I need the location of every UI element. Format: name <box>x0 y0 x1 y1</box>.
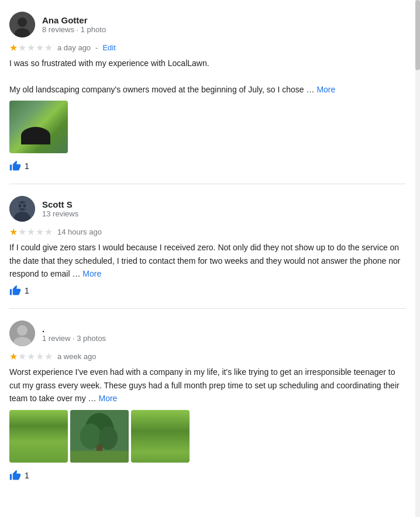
scrollbar[interactable] <box>415 0 420 517</box>
reviewer-meta: 8 reviews · 1 photo <box>42 25 106 34</box>
review-item: Scott S 13 reviews ★ ★ ★ ★ ★ 14 hours ag… <box>9 184 406 309</box>
reviewer-meta: 13 reviews <box>42 209 78 218</box>
star-1: ★ <box>9 42 18 53</box>
like-row: 1 <box>9 285 406 297</box>
like-row: 1 <box>9 160 406 172</box>
avatar <box>9 320 35 346</box>
like-count: 1 <box>25 471 29 480</box>
more-link[interactable]: More <box>316 85 335 94</box>
star-4: ★ <box>36 42 44 53</box>
review-item: . 1 review · 3 photos ★ ★ ★ ★ ★ a week a… <box>9 309 406 492</box>
avatar <box>9 12 35 37</box>
reviewer-info: Scott S 13 reviews <box>42 199 78 218</box>
edit-link[interactable]: Edit <box>102 43 115 52</box>
star-2: ★ <box>18 42 26 53</box>
review-image-1[interactable] <box>9 410 68 463</box>
review-image-2[interactable] <box>70 410 129 463</box>
more-link[interactable]: More <box>82 269 101 278</box>
reviewer-header: Ana Gotter 8 reviews · 1 photo <box>9 12 406 37</box>
review-image[interactable] <box>9 101 68 153</box>
review-time: a week ago <box>57 352 97 361</box>
star-1: ★ <box>9 351 18 362</box>
star-5: ★ <box>44 351 53 362</box>
review-image-container <box>9 101 406 153</box>
review-image-container <box>9 410 406 463</box>
star-4: ★ <box>36 226 44 237</box>
reviewer-name: . <box>42 324 106 334</box>
scrollbar-thumb[interactable] <box>415 0 420 70</box>
more-link[interactable]: More <box>99 394 118 403</box>
review-text: If I could give zero stars I would becau… <box>9 241 406 280</box>
svg-point-10 <box>17 325 27 336</box>
svg-rect-17 <box>70 451 129 463</box>
star-3: ★ <box>27 226 35 237</box>
review-rating-row: ★ ★ ★ ★ ★ 14 hours ago <box>9 226 406 237</box>
reviewer-name: Ana Gotter <box>42 15 106 25</box>
review-time: a day ago <box>57 43 91 52</box>
review-time: 14 hours ago <box>57 228 102 236</box>
review-item: Ana Gotter 8 reviews · 1 photo ★ ★ ★ ★ ★… <box>9 0 406 184</box>
star-5: ★ <box>44 226 53 237</box>
star-2: ★ <box>18 226 26 237</box>
star-3: ★ <box>27 351 35 362</box>
avatar <box>9 196 35 222</box>
review-rating-row: ★ ★ ★ ★ ★ a week ago <box>9 351 406 362</box>
svg-point-1 <box>18 18 27 27</box>
stars: ★ ★ ★ ★ ★ <box>9 42 53 53</box>
like-count: 1 <box>25 286 29 295</box>
star-4: ★ <box>36 351 44 362</box>
stars: ★ ★ ★ ★ ★ <box>9 351 53 362</box>
thumbs-up-icon[interactable] <box>9 285 21 297</box>
review-text-content: Worst experience I've even had with a co… <box>9 367 400 403</box>
reviewer-info: . 1 review · 3 photos <box>42 324 106 343</box>
reviewer-name: Scott S <box>42 199 78 209</box>
stars: ★ ★ ★ ★ ★ <box>9 226 53 237</box>
thumbs-up-icon[interactable] <box>9 470 21 481</box>
review-text: Worst experience I've even had with a co… <box>9 366 406 405</box>
review-text-content: I was so frustrated with my experience w… <box>9 58 335 94</box>
reviewer-meta: 1 review · 3 photos <box>42 334 106 343</box>
like-count: 1 <box>25 161 29 171</box>
review-text-content: If I could give zero stars I would becau… <box>9 243 401 278</box>
review-rating-row: ★ ★ ★ ★ ★ a day ago - Edit <box>9 42 406 53</box>
review-text: I was so frustrated with my experience w… <box>9 57 406 96</box>
star-5: ★ <box>44 42 53 53</box>
reviewer-header: Scott S 13 reviews <box>9 196 406 222</box>
review-image-3[interactable] <box>131 410 190 463</box>
star-1: ★ <box>9 226 18 237</box>
star-2: ★ <box>18 351 26 362</box>
like-row: 1 <box>9 470 406 481</box>
reviewer-header: . 1 review · 3 photos <box>9 320 406 346</box>
separator: - <box>95 43 98 52</box>
thumbs-up-icon[interactable] <box>9 160 21 172</box>
reviewer-info: Ana Gotter 8 reviews · 1 photo <box>42 15 106 34</box>
star-3: ★ <box>27 42 35 53</box>
reviews-container: Ana Gotter 8 reviews · 1 photo ★ ★ ★ ★ ★… <box>0 0 415 493</box>
